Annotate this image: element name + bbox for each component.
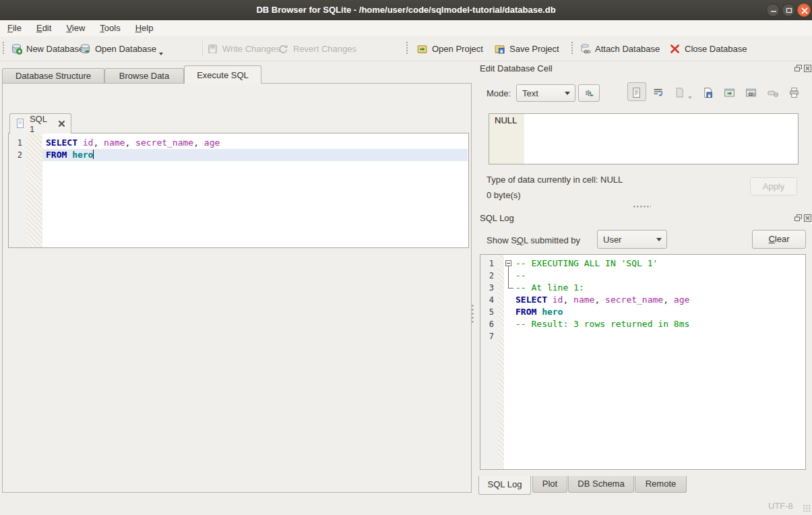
toolbar-button-label: Open Database xyxy=(95,44,156,54)
cell-content-editor[interactable]: NULL xyxy=(489,113,799,164)
copy-link-icon[interactable] xyxy=(745,87,757,98)
menu-file[interactable]: File xyxy=(0,20,29,36)
code-line: 1-- EXECUTING ALL IN 'SQL 1' xyxy=(480,258,805,270)
revert-changes-icon xyxy=(278,43,289,55)
float-panel-icon[interactable] xyxy=(794,214,803,222)
window-title: DB Browser for SQLite - /home/user/code/… xyxy=(0,0,812,20)
bottom-tab-sql-log[interactable]: SQL Log xyxy=(478,476,531,495)
sql-file-tab-label: SQL 1 xyxy=(30,114,54,134)
resize-grip[interactable] xyxy=(803,505,811,513)
current-line-highlight xyxy=(42,149,468,161)
code-line: 4SELECT id, name, secret_name, age xyxy=(480,294,805,306)
toolbar-handle[interactable] xyxy=(406,42,409,55)
close-database-button[interactable]: Close Database xyxy=(666,39,750,58)
bottom-tab-db-schema[interactable]: DB Schema xyxy=(568,476,634,493)
open-database-icon xyxy=(80,43,91,55)
float-panel-icon[interactable] xyxy=(794,64,803,73)
mode-value: Text xyxy=(522,88,538,98)
main-splitter[interactable] xyxy=(472,305,474,325)
import-file-icon xyxy=(674,87,685,98)
toolbar-button-label: Open Project xyxy=(432,44,483,54)
toolbar-button-label: Close Database xyxy=(685,44,747,54)
close-database-icon xyxy=(669,43,681,55)
apply-button: Apply xyxy=(750,177,797,195)
toolbar-handle[interactable] xyxy=(3,42,5,55)
code-line: 1SELECT id, name, secret_name, age xyxy=(9,137,468,149)
clear-log-button[interactable]: Clear xyxy=(752,230,806,249)
menu-edit[interactable]: Edit xyxy=(29,20,59,36)
cell-size-info: 0 byte(s) xyxy=(487,190,521,200)
toolbar-handle[interactable] xyxy=(571,42,574,55)
cell-content-value: NULL xyxy=(495,115,517,125)
dropdown-caret-icon[interactable] xyxy=(159,53,163,55)
sql-log-filter-label: Show SQL submitted by xyxy=(487,235,580,245)
toolbar-button-label: Write Changes xyxy=(222,44,280,54)
code-line: 2-- xyxy=(480,270,805,282)
titlebar: DB Browser for SQLite - /home/user/code/… xyxy=(0,0,812,21)
code-line: 7 xyxy=(480,330,805,342)
toolbar-separator xyxy=(202,40,203,57)
bottom-tab-plot[interactable]: Plot xyxy=(532,476,567,493)
close-icon[interactable] xyxy=(797,3,811,17)
main-toolbar: New DatabaseOpen DatabaseWrite ChangesRe… xyxy=(0,36,812,61)
code-line: 5FROM hero xyxy=(480,306,805,318)
new-database-icon xyxy=(11,43,22,55)
dropdown-caret-icon xyxy=(688,96,692,99)
close-panel-icon[interactable] xyxy=(803,64,812,73)
apply-window-icon[interactable] xyxy=(724,87,735,98)
mode-import-icon xyxy=(584,88,595,99)
toolbar-button-label: Save Project xyxy=(509,44,559,54)
close-panel-icon[interactable] xyxy=(803,214,812,222)
import-data-button[interactable] xyxy=(578,84,600,102)
tab-browse-data[interactable]: Browse Data xyxy=(104,68,184,84)
menubar: FileEditViewToolsHelp xyxy=(0,20,812,36)
sql-log-filter-select[interactable]: User xyxy=(597,230,667,249)
sql-editor[interactable]: 1SELECT id, name, secret_name, age2FROM … xyxy=(8,133,469,248)
print-cell-icon[interactable] xyxy=(788,87,800,98)
code-line: 6-- Result: 3 rows returned in 8ms xyxy=(480,318,805,330)
revert-changes-button: Revert Changes xyxy=(275,39,359,58)
attach-database-icon xyxy=(580,43,591,55)
text-mode-icon[interactable] xyxy=(631,87,642,98)
write-changes-button: Write Changes xyxy=(204,39,283,58)
open-database-button[interactable]: Open Database xyxy=(77,39,166,58)
menu-view[interactable]: View xyxy=(59,20,92,36)
sql-log-filter-value: User xyxy=(603,235,621,245)
tab-database-structure[interactable]: Database Structure xyxy=(2,68,104,84)
sql-log-title: SQL Log xyxy=(480,213,514,223)
toolbar-button-label: New Database xyxy=(26,44,84,54)
maximize-icon[interactable] xyxy=(782,3,795,17)
menu-tools[interactable]: Tools xyxy=(92,20,127,36)
close-sql-tab-icon[interactable] xyxy=(57,119,66,128)
word-wrap-icon[interactable] xyxy=(652,87,664,98)
toolbar-button-label: Attach Database xyxy=(595,44,660,54)
panel-splitter[interactable] xyxy=(633,206,651,208)
cell-type-info: Type of data currently in cell: NULL xyxy=(487,175,623,185)
cell-editor-toolbar xyxy=(648,86,800,99)
toolbar-button-label: Revert Changes xyxy=(293,44,356,54)
tab-execute-sql[interactable]: Execute SQL xyxy=(184,65,261,84)
set-null-icon xyxy=(767,87,778,98)
menu-help[interactable]: Help xyxy=(128,20,161,36)
open-project-button[interactable]: Open Project xyxy=(414,39,486,58)
encoding-indicator: UTF-8 xyxy=(768,501,793,511)
save-project-icon xyxy=(494,43,505,55)
sql-document-icon xyxy=(15,118,26,129)
write-changes-icon xyxy=(207,43,218,55)
sql-file-tab[interactable]: SQL 1 xyxy=(9,113,71,133)
attach-database-button[interactable]: Attach Database xyxy=(577,39,662,58)
code-line: 3-- At line 1: xyxy=(480,282,805,294)
mode-label: Mode: xyxy=(487,88,511,98)
export-file-icon[interactable] xyxy=(702,87,714,98)
open-project-icon xyxy=(416,43,428,55)
bottom-tab-remote[interactable]: Remote xyxy=(635,476,687,493)
code-line: 2FROM hero xyxy=(9,149,468,161)
new-database-button[interactable]: New Database xyxy=(8,39,86,58)
sql-log-view[interactable]: 1-- EXECUTING ALL IN 'SQL 1'2--3-- At li… xyxy=(480,254,806,470)
edit-cell-title: Edit Database Cell xyxy=(480,63,553,73)
mode-select[interactable]: Text xyxy=(516,84,575,102)
save-project-button[interactable]: Save Project xyxy=(491,39,562,58)
minimize-icon[interactable] xyxy=(766,3,780,17)
